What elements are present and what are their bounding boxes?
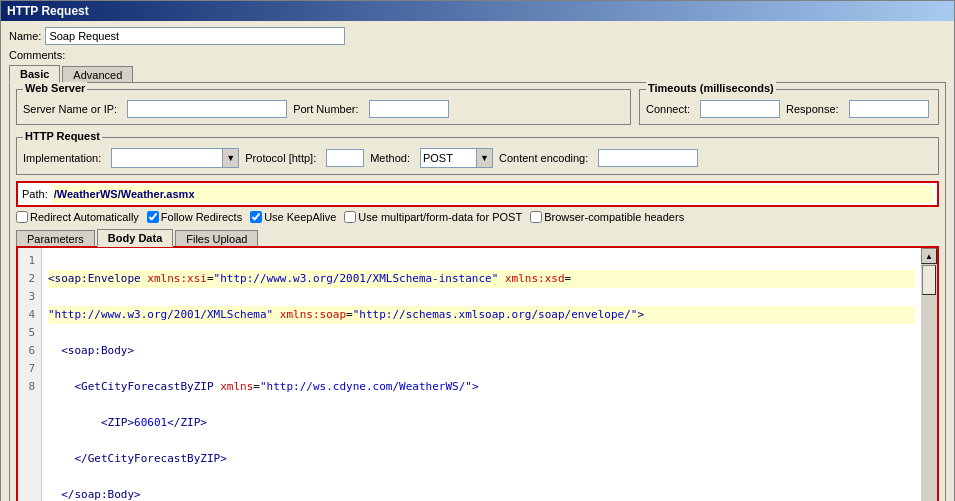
method-input[interactable]	[421, 149, 476, 167]
implementation-dropdown[interactable]: ▼	[111, 148, 239, 168]
connect-input[interactable]	[700, 100, 780, 118]
content-area: Name: Comments: Basic Advanced Web Serve…	[1, 21, 954, 501]
browser-compatible-label: Browser-compatible headers	[544, 211, 684, 223]
code-editor: 1 2 3 4 5 6 7 8 <soap:Envelope xmlns:xsi…	[16, 246, 939, 501]
follow-redirects-checkbox[interactable]	[147, 211, 159, 223]
server-name-label: Server Name or IP:	[23, 103, 117, 115]
code-line-1: <soap:Envelope xmlns:xsi="http://www.w3.…	[48, 270, 915, 288]
checkboxes-row: Redirect Automatically Follow Redirects …	[16, 211, 939, 223]
line-num-2: 2	[24, 270, 35, 288]
name-input[interactable]	[45, 27, 345, 45]
sub-tab-parameters[interactable]: Parameters	[16, 230, 95, 247]
comments-label: Comments:	[9, 49, 65, 61]
implementation-arrow[interactable]: ▼	[222, 149, 238, 167]
response-input[interactable]	[849, 100, 929, 118]
implementation-input[interactable]	[112, 149, 222, 167]
server-name-input[interactable]	[127, 100, 287, 118]
tab-basic[interactable]: Basic	[9, 65, 60, 83]
scroll-thumb[interactable]	[922, 265, 936, 295]
main-window: HTTP Request Name: Comments: Basic Advan…	[0, 0, 955, 501]
line-num-3: 3	[24, 288, 35, 306]
port-number-label: Port Number:	[293, 103, 358, 115]
checkbox-browser-compatible[interactable]: Browser-compatible headers	[530, 211, 684, 223]
multipart-checkbox[interactable]	[344, 211, 356, 223]
connect-label: Connect:	[646, 103, 690, 115]
redirect-auto-label: Redirect Automatically	[30, 211, 139, 223]
browser-compatible-checkbox[interactable]	[530, 211, 542, 223]
port-number-input[interactable]	[369, 100, 449, 118]
checkbox-redirect-auto[interactable]: Redirect Automatically	[16, 211, 139, 223]
protocol-input[interactable]	[326, 149, 364, 167]
checkbox-multipart[interactable]: Use multipart/form-data for POST	[344, 211, 522, 223]
http-request-title: HTTP Request	[23, 130, 102, 142]
line-numbers: 1 2 3 4 5 6 7 8	[18, 248, 42, 501]
window-title: HTTP Request	[1, 1, 954, 21]
vertical-scrollbar[interactable]: ▲ ▼	[921, 248, 937, 501]
main-panel: Web Server Server Name or IP: Port Numbe…	[9, 82, 946, 501]
line-num-5: 5	[24, 324, 35, 342]
tab-advanced[interactable]: Advanced	[62, 66, 133, 83]
method-dropdown[interactable]: ▼	[420, 148, 493, 168]
content-encoding-label: Content encoding:	[499, 152, 588, 164]
name-label: Name:	[9, 30, 41, 42]
code-line-5: <ZIP>60601</ZIP>	[48, 414, 915, 432]
scroll-up-button[interactable]: ▲	[921, 248, 937, 264]
line-num-6: 6	[24, 342, 35, 360]
code-line-4: <GetCityForecastByZIP xmlns="http://ws.c…	[48, 378, 915, 396]
path-label: Path:	[22, 188, 48, 200]
follow-redirects-label: Follow Redirects	[161, 211, 242, 223]
method-arrow[interactable]: ▼	[476, 149, 492, 167]
scroll-track	[922, 265, 936, 501]
main-tabs: Basic Advanced	[9, 65, 946, 83]
method-label: Method:	[370, 152, 410, 164]
code-line-6: </GetCityForecastByZIP>	[48, 450, 915, 468]
code-line-2: "http://www.w3.org/2001/XMLSchema" xmlns…	[48, 306, 915, 324]
keepalive-label: Use KeepAlive	[264, 211, 336, 223]
name-row: Name:	[9, 27, 946, 45]
implementation-label: Implementation:	[23, 152, 101, 164]
line-num-4: 4	[24, 306, 35, 324]
comments-row: Comments:	[9, 49, 946, 61]
http-request-content: Implementation: ▼ Protocol [http]: Metho…	[23, 148, 932, 168]
timeouts-content: Connect: Response:	[646, 100, 932, 118]
code-line-3: <soap:Body>	[48, 342, 915, 360]
multipart-label: Use multipart/form-data for POST	[358, 211, 522, 223]
timeouts-title: Timeouts (milliseconds)	[646, 82, 776, 94]
line-num-1: 1	[24, 252, 35, 270]
code-line-7: </soap:Body>	[48, 486, 915, 501]
sub-tabs: Parameters Body Data Files Upload	[16, 229, 939, 247]
path-row: Path:	[16, 181, 939, 207]
response-label: Response:	[786, 103, 839, 115]
web-server-section: Web Server Server Name or IP: Port Numbe…	[16, 89, 631, 125]
redirect-auto-checkbox[interactable]	[16, 211, 28, 223]
line-num-7: 7	[24, 360, 35, 378]
keepalive-checkbox[interactable]	[250, 211, 262, 223]
protocol-label: Protocol [http]:	[245, 152, 316, 164]
http-request-section: HTTP Request Implementation: ▼ Protocol …	[16, 137, 939, 175]
sub-tab-files-upload[interactable]: Files Upload	[175, 230, 258, 247]
code-text-area[interactable]: <soap:Envelope xmlns:xsi="http://www.w3.…	[42, 248, 921, 501]
timeouts-section: Timeouts (milliseconds) Connect: Respons…	[639, 89, 939, 125]
line-num-8: 8	[24, 378, 35, 396]
web-server-title: Web Server	[23, 82, 87, 94]
path-input[interactable]	[52, 185, 933, 203]
web-server-content: Server Name or IP: Port Number:	[23, 100, 624, 118]
checkbox-follow-redirects[interactable]: Follow Redirects	[147, 211, 242, 223]
checkbox-keepalive[interactable]: Use KeepAlive	[250, 211, 336, 223]
content-encoding-input[interactable]	[598, 149, 698, 167]
sub-tab-body-data[interactable]: Body Data	[97, 229, 173, 247]
